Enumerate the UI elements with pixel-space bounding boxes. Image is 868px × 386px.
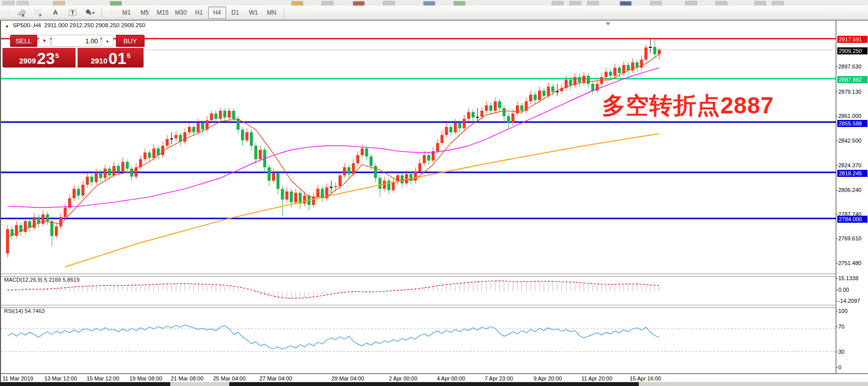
axis-tick (836, 352, 838, 352)
timeframe-button-h4[interactable]: H4 (208, 7, 226, 19)
partial-toolbar-icon[interactable] (291, 1, 303, 6)
time-axis-label: 11 Mar 2019 (3, 375, 33, 381)
axis-tick-label: 2806.240 (838, 186, 861, 194)
buy-price-display[interactable]: 2910 01 5 (78, 48, 144, 68)
axis-tick (836, 141, 838, 141)
timeframe-button-h1[interactable]: H1 (190, 7, 208, 19)
volume-increase-button[interactable]: ▲ (102, 35, 113, 47)
axis-tick-label: 2842.500 (838, 137, 861, 144)
sell-price-prefix: 2909 (19, 56, 36, 66)
axis-tick-label: 100 (838, 307, 847, 314)
axis-tick (836, 165, 838, 166)
time-axis-label: 13 Mar 12:00 (44, 375, 77, 381)
buy-price-big: 01 (108, 51, 126, 66)
partial-toolbar-icon[interactable] (620, 1, 632, 6)
partial-toolbar-icon[interactable] (552, 1, 564, 6)
price-axis[interactable]: 2917.5912909.2502897.6302887.8822879.130… (836, 21, 868, 373)
toolbar-partial-row (0, 0, 868, 6)
axis-tick (836, 367, 838, 368)
label-tool-icon[interactable]: T (64, 7, 81, 19)
sell-price-sup: 5 (55, 46, 59, 66)
axis-tick-label: 70 (838, 323, 844, 330)
timeframe-button-m5[interactable]: M5 (136, 7, 154, 19)
timeframe-group: M1M5M15M30H1H4D1W1MN (117, 6, 281, 19)
partial-toolbar-icon[interactable] (587, 1, 599, 6)
partial-toolbar-icon[interactable] (3, 1, 15, 6)
collapse-icon[interactable]: ▲ (5, 24, 9, 28)
buy-price-prefix: 2910 (91, 56, 107, 66)
partial-toolbar-icon[interactable] (17, 1, 29, 6)
timeframe-button-m1[interactable]: M1 (117, 7, 136, 19)
time-axis-label: 4 Apr 00:00 (437, 375, 465, 381)
rsi-label: RSI(14) 54.7463 (4, 308, 45, 314)
axis-tick-label: 15.1338 (838, 275, 858, 282)
axis-tick-label: 0.00 (838, 286, 849, 293)
axis-tick-label: 2897.630 (838, 63, 861, 70)
time-axis-label: 15 Apr 16:00 (630, 375, 661, 381)
time-axis-label: 25 Mar 04:00 (213, 375, 246, 381)
mt4-terminal: ⋮⋮ EFAT ⋮⋮ M1M5M15M30H1H4D1W1MN ▲ SP500-… (0, 0, 868, 386)
axis-tick (836, 301, 838, 301)
partial-toolbar-icon[interactable] (383, 1, 395, 6)
partial-toolbar-icon[interactable] (569, 1, 581, 6)
equidistant-channel-tool-icon[interactable]: E (13, 7, 29, 19)
axis-tick (836, 290, 838, 290)
volume-input[interactable] (51, 35, 101, 47)
time-axis-label: 27 Mar 04:00 (259, 375, 292, 381)
partial-toolbar-icon[interactable] (453, 1, 465, 6)
axis-tick-label: 2769.610 (838, 235, 861, 242)
partial-toolbar-icon[interactable] (423, 1, 435, 6)
timeframe-button-d1[interactable]: D1 (226, 7, 244, 19)
macd-panel (1, 276, 836, 305)
price-level-badge: 2909.250 (837, 47, 867, 54)
partial-toolbar-icon[interactable] (772, 1, 784, 6)
partial-toolbar-icon[interactable] (685, 1, 697, 6)
axis-tick-label: -14.2097 (838, 297, 860, 304)
partial-toolbar-icon[interactable] (353, 1, 365, 6)
svg-text:F: F (39, 14, 42, 17)
axis-tick (836, 190, 838, 190)
timeframe-button-mn[interactable]: MN (262, 7, 281, 19)
partial-toolbar-icon[interactable] (110, 1, 122, 6)
time-axis-label: 19 Mar 08:00 (129, 375, 162, 381)
price-level-badge: 2818.245 (837, 170, 867, 177)
time-axis-label: 11 Apr 20:00 (581, 375, 613, 381)
axis-tick (836, 67, 838, 67)
time-axis-label: 2 Apr 00:00 (389, 375, 417, 381)
partial-toolbar-icon[interactable] (715, 1, 727, 6)
timeframe-button-w1[interactable]: W1 (244, 7, 262, 19)
axis-tick-label: 0 (838, 364, 841, 371)
price-level-badge: 2917.591 (837, 36, 867, 43)
axis-tick (836, 238, 838, 239)
macd-label: MACD(12,26,9) 5.2169 5.8619 (4, 277, 80, 283)
one-click-trading-panel: SELL ▼ ▲ BUY 2909 23 5 2910 01 5 (3, 35, 145, 68)
text-tool-icon[interactable]: A (47, 7, 63, 19)
minimized-chart-bar[interactable] (0, 382, 170, 386)
main-toolbar: ⋮⋮ EFAT ⋮⋮ M1M5M15M30H1H4D1W1MN (0, 6, 868, 20)
sell-price-big: 23 (37, 51, 55, 66)
timeframe-button-m15[interactable]: M15 (154, 7, 172, 19)
axis-tick (836, 311, 838, 311)
partial-toolbar-icon[interactable] (650, 1, 662, 6)
sell-button[interactable]: SELL (10, 35, 37, 47)
fibonacci-tool-icon[interactable]: F (30, 7, 46, 19)
axis-tick-label: 2751.480 (838, 260, 861, 267)
partial-toolbar-icon[interactable] (754, 1, 766, 6)
axis-tick-label: 2824.370 (838, 162, 861, 169)
sell-price-display[interactable]: 2909 23 5 (3, 48, 76, 68)
price-level-badge: 2855.588 (837, 120, 867, 127)
time-axis-label: 15 Mar 12:00 (87, 375, 119, 381)
volume-dropdown-button[interactable]: ▼ (39, 35, 50, 47)
toolbar-grip[interactable]: ⋮⋮ (108, 10, 116, 15)
timeframe-button-m30[interactable]: M30 (172, 7, 190, 19)
shapes-tool-icon[interactable] (82, 7, 98, 19)
toolbar-grip[interactable]: ⋮⋮ (3, 10, 11, 15)
partial-toolbar-icon[interactable] (53, 1, 65, 6)
chart-annotation: 多空转折点2887 (602, 90, 774, 121)
drawing-tools-group: EFAT (13, 6, 98, 19)
minimized-windows-strip (0, 382, 868, 386)
partial-toolbar-icon[interactable] (321, 1, 333, 6)
minimized-chart-bar[interactable] (229, 382, 639, 386)
time-axis-label: 9 Apr 20:00 (533, 375, 562, 381)
buy-button[interactable]: BUY (116, 35, 145, 47)
